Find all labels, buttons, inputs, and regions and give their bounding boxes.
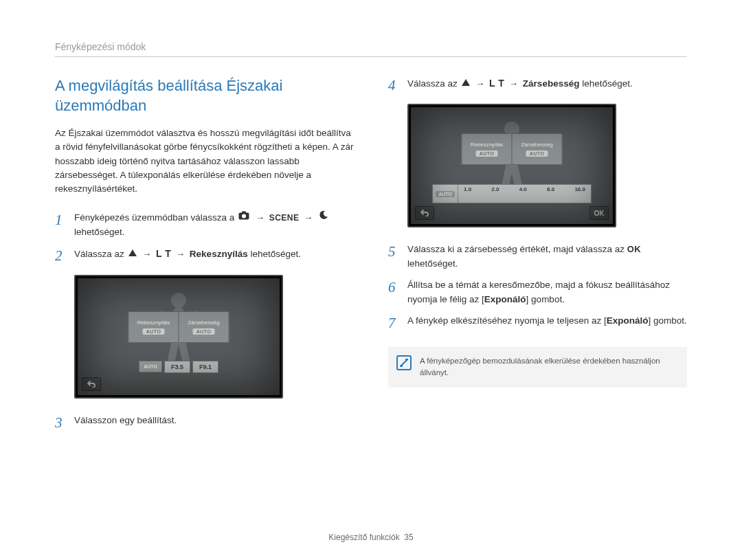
note-box: A fényképezőgép bemozdulásának elkerülés… — [388, 347, 687, 388]
lt-label: L T — [489, 78, 504, 89]
svg-point-3 — [320, 212, 322, 214]
step-number: 6 — [388, 278, 407, 296]
step-2: 2 Válassza az → L T → Rekesznyílás lehet… — [55, 247, 354, 265]
step-text: Válassza az → L T → Rekesznyílás lehetős… — [74, 247, 301, 262]
step-3: 3 Válasszon egy beállítást. — [55, 414, 354, 432]
night-moon-icon — [319, 210, 328, 225]
step-1: 1 Fényképezés üzemmódban válassza a → SC… — [55, 211, 354, 240]
step-4: 4 Válassza az → L T → Zársebesség lehető… — [388, 76, 687, 94]
info-icon — [396, 355, 412, 370]
step-6: 6 Állítsa be a témát a keresőmezőbe, maj… — [388, 278, 687, 307]
svg-rect-16 — [405, 359, 407, 361]
step-number: 1 — [55, 211, 74, 229]
step-text: Állítsa be a témát a keresőmezőbe, majd … — [407, 278, 687, 307]
note-text: A fényképezőgép bemozdulásának elkerülés… — [420, 355, 679, 379]
step-text: Fényképezés üzemmódban válassza a → SCEN… — [74, 211, 354, 240]
step-7: 7 A fénykép elkészítéséhez nyomja le tel… — [388, 314, 687, 332]
step-5: 5 Válassza ki a zársebesség értékét, maj… — [388, 243, 687, 271]
camera-screen-shutter: Rekesznyílás AUTO Zársebesség AUTO AUTO … — [407, 104, 616, 227]
step-number: 5 — [388, 243, 407, 260]
step-text: Válassza az → L T → Zársebesség lehetősé… — [407, 76, 633, 91]
step-number: 2 — [55, 247, 74, 265]
step-number: 7 — [388, 314, 407, 332]
camera-screen-aperture: Rekesznyílás AUTO Zársebesség AUTO AUTO … — [74, 275, 283, 399]
up-arrow-icon — [128, 247, 137, 261]
camera-icon — [238, 210, 249, 225]
lt-label: L T — [156, 248, 171, 259]
step-number: 3 — [55, 414, 74, 432]
ok-label: OK — [627, 244, 642, 254]
section-title: A megvilágítás beállítása Éjszakai üzemm… — [55, 76, 354, 115]
svg-point-2 — [242, 214, 246, 219]
step-text: A fénykép elkészítéséhez nyomja le telje… — [407, 314, 687, 328]
svg-rect-17 — [401, 365, 403, 367]
up-arrow-icon — [462, 76, 470, 91]
breadcrumb: Fényképezési módok — [55, 41, 687, 57]
page-footer: Kiegészítő funkciók 35 — [0, 533, 742, 542]
intro-text: Az Éjszakai üzemmódot választva és hossz… — [55, 126, 354, 196]
scene-label: SCENE — [269, 213, 300, 223]
step-text: Válassza ki a zársebesség értékét, majd … — [407, 243, 687, 271]
step-number: 4 — [388, 76, 407, 94]
svg-rect-1 — [242, 212, 246, 214]
step-text: Válasszon egy beállítást. — [74, 414, 177, 428]
